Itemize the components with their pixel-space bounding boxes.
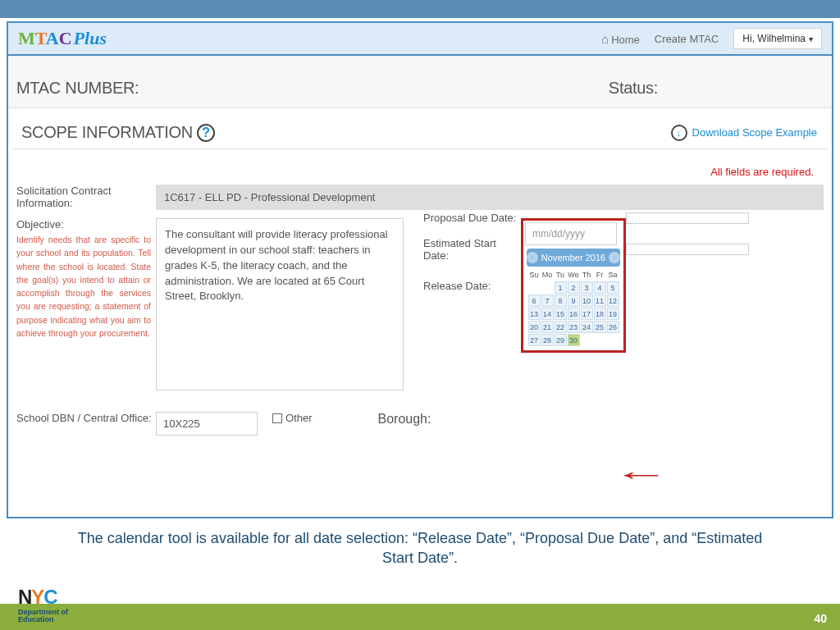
objective-help: Identify needs that are specific to your… — [16, 233, 156, 340]
calendar-day[interactable]: 21 — [541, 321, 554, 333]
calendar-day[interactable]: 24 — [581, 321, 593, 333]
calendar-day[interactable]: 9 — [568, 294, 580, 307]
calendar-day[interactable]: 23 — [568, 321, 580, 333]
objective-label: Objective: — [16, 218, 156, 231]
slide-top-bar — [0, 0, 840, 18]
calendar-day[interactable]: 13 — [528, 308, 541, 320]
download-icon: ↓ — [671, 125, 687, 141]
calendar-day[interactable]: 26 — [607, 321, 619, 333]
calendar-day[interactable]: 19 — [607, 308, 619, 320]
top-nav: Home Create MTAC Hi, Wilhelmina — [601, 28, 822, 49]
calendar-header: ‹ November 2016 › — [527, 249, 620, 267]
app-frame: MTACPlus Home Create MTAC Hi, Wilhelmina… — [7, 21, 833, 518]
calendar-day[interactable]: 11 — [594, 294, 606, 307]
calendar-day[interactable]: 8 — [555, 294, 567, 307]
required-note: All fields are required. — [8, 149, 832, 185]
scope-form: Solicitation Contract Information: 1C617… — [8, 185, 832, 452]
objective-textarea[interactable]: The consultant will provide literacy pro… — [156, 218, 404, 390]
scope-section-header: SCOPE INFORMATION ? ↓ Download Scope Exa… — [13, 108, 827, 149]
calendar-day[interactable]: 10 — [581, 294, 593, 307]
calendar-day[interactable]: 1 — [555, 281, 567, 294]
calendar-day[interactable]: 16 — [568, 308, 580, 320]
summary-bar: MTAC NUMBER: Status: — [8, 56, 832, 108]
start-date-label: Estimated Start Date: — [423, 237, 518, 262]
calendar-grid[interactable]: SuMoTuWeThFrSa 1234567891011121314151617… — [527, 268, 620, 347]
scope-title: SCOPE INFORMATION — [21, 123, 193, 142]
calendar-day[interactable]: 25 — [594, 321, 606, 333]
calendar-day[interactable]: 20 — [528, 321, 541, 333]
slide-footer: NYC Department of Education 40 — [0, 576, 840, 630]
dbn-input[interactable]: 10X225 — [156, 412, 258, 436]
calendar-next-icon[interactable]: › — [609, 252, 620, 263]
calendar-day[interactable]: 30 — [568, 334, 580, 346]
calendar-day[interactable]: 28 — [541, 334, 554, 346]
dbn-label: School DBN / Central Office: — [16, 412, 156, 424]
calendar-day[interactable]: 6 — [528, 294, 541, 307]
calendar-title: November 2016 — [541, 253, 605, 262]
calendar-day[interactable]: 22 — [555, 321, 567, 333]
slide-caption: The calendar tool is available for all d… — [0, 518, 840, 568]
calendar-day[interactable]: 4 — [594, 281, 606, 294]
download-scope-link[interactable]: ↓ Download Scope Example — [671, 125, 817, 141]
nav-create-mtac[interactable]: Create MTAC — [655, 33, 719, 45]
home-icon — [601, 34, 611, 46]
app-header: MTACPlus Home Create MTAC Hi, Wilhelmina — [8, 23, 832, 56]
release-date-label: Release Date: — [423, 280, 518, 292]
page-number: 40 — [814, 612, 827, 625]
mtac-number-label: MTAC NUMBER: — [16, 79, 139, 98]
status-label: Status: — [609, 79, 658, 98]
solicitation-label: Solicitation Contract Information: — [16, 185, 156, 209]
calendar-day[interactable]: 15 — [555, 308, 567, 320]
proposal-date-input[interactable] — [626, 212, 749, 224]
help-icon[interactable]: ? — [197, 124, 215, 142]
calendar-highlight: mm/dd/yyyy ‹ November 2016 › SuMoTuWeThF… — [521, 218, 626, 353]
calendar-day[interactable]: 3 — [581, 281, 593, 294]
other-checkbox[interactable]: Other — [272, 412, 313, 424]
checkbox-icon — [272, 413, 282, 423]
nav-home[interactable]: Home — [601, 32, 640, 46]
calendar-day[interactable]: 14 — [541, 308, 554, 320]
calendar-day[interactable]: 7 — [541, 294, 554, 307]
solicitation-value: 1C617 - ELL PD - Professional Developmen… — [156, 185, 824, 210]
borough-label: Borough: — [378, 412, 431, 427]
release-date-input[interactable]: mm/dd/yyyy — [525, 222, 617, 245]
user-menu[interactable]: Hi, Wilhelmina — [733, 28, 822, 49]
calendar-day[interactable]: 29 — [555, 334, 567, 346]
logo: MTACPlus — [18, 28, 107, 49]
calendar-prev-icon[interactable]: ‹ — [527, 252, 538, 263]
nyc-doe-logo: NYC Department of Education — [18, 586, 68, 623]
calendar-day[interactable]: 27 — [528, 334, 541, 346]
pointer-arrow-icon: ← — [612, 459, 669, 490]
calendar-day[interactable]: 12 — [607, 294, 619, 307]
calendar-day[interactable]: 5 — [607, 281, 619, 294]
calendar-day[interactable]: 17 — [581, 308, 593, 320]
calendar-day[interactable]: 2 — [568, 281, 580, 294]
dates-column: Release Date: mm/dd/yyyy ‹ November 2016… — [423, 218, 749, 273]
chevron-down-icon — [806, 33, 813, 44]
calendar-day[interactable]: 18 — [594, 308, 606, 320]
start-date-input[interactable] — [626, 244, 749, 255]
proposal-date-label: Proposal Due Date: — [423, 212, 518, 224]
